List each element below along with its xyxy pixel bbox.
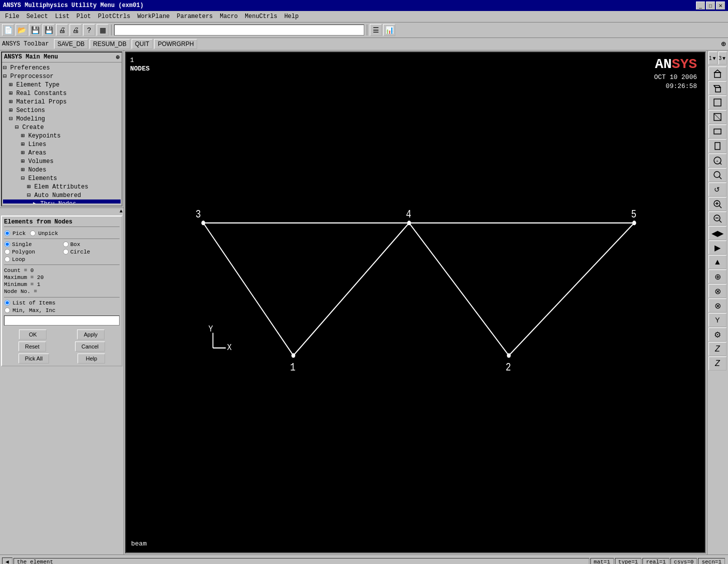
command-input[interactable] bbox=[114, 24, 364, 36]
open-button[interactable]: 📂 bbox=[16, 24, 28, 36]
count-value: 0 bbox=[31, 268, 34, 274]
single-radio[interactable] bbox=[5, 242, 10, 247]
quit-button[interactable]: QUIT bbox=[132, 39, 153, 49]
tree-item-preprocessor[interactable]: ⊟ Preprocessor bbox=[3, 72, 121, 80]
tree-item-real-constants[interactable]: ⊞ Real Constants bbox=[3, 89, 121, 98]
top-view-button[interactable] bbox=[708, 124, 726, 138]
pickall-button[interactable]: Pick All bbox=[19, 354, 49, 364]
tree-content[interactable]: ⊟ Preferences ⊟ Preprocessor ⊞ Element T… bbox=[2, 62, 122, 204]
tree-collapse-icon[interactable]: ⊕ bbox=[116, 54, 120, 61]
unpick-radio[interactable] bbox=[30, 230, 36, 236]
view-3-button[interactable]: 3▼ bbox=[718, 52, 727, 64]
tree-item-create[interactable]: ⊟ Create bbox=[3, 123, 121, 132]
print2-button[interactable]: 🖨 bbox=[70, 24, 82, 36]
menu-help[interactable]: Help bbox=[281, 12, 302, 21]
zoom-out-button[interactable] bbox=[708, 212, 726, 226]
tree-item-lines[interactable]: ⊞ Lines bbox=[3, 140, 121, 148]
saveas-button[interactable]: 💾 bbox=[43, 24, 55, 36]
front-view-button[interactable] bbox=[708, 96, 726, 110]
menu-plot[interactable]: Plot bbox=[74, 12, 94, 21]
polygon-radio[interactable] bbox=[5, 249, 10, 254]
rot2-button[interactable]: ⊗ bbox=[708, 284, 726, 298]
save-db-button[interactable]: SAVE_DB bbox=[54, 39, 88, 49]
reset-button[interactable]: Reset bbox=[19, 342, 46, 352]
new-button[interactable]: 📄 bbox=[2, 24, 14, 36]
svg-text:5: 5 bbox=[631, 209, 636, 221]
help2-button[interactable]: ? bbox=[83, 24, 95, 36]
rot1-button[interactable]: ⊕ bbox=[708, 270, 726, 284]
zoom-fit-button[interactable]: + bbox=[708, 154, 726, 168]
resum-db-button[interactable]: RESUM_DB bbox=[90, 39, 130, 49]
menu-menuctrls[interactable]: MenuCtrls bbox=[242, 12, 280, 21]
tree-item-areas[interactable]: ⊞ Areas bbox=[3, 148, 121, 157]
pick-radio[interactable] bbox=[5, 230, 10, 236]
rot7-button[interactable]: Z bbox=[708, 356, 726, 370]
tree-item-nodes[interactable]: ⊞ Nodes bbox=[3, 166, 121, 174]
menu-select[interactable]: Select bbox=[24, 12, 51, 21]
close-button[interactable]: ✕ bbox=[716, 2, 725, 10]
node-input-field[interactable] bbox=[4, 316, 120, 326]
list-items-radio[interactable] bbox=[5, 300, 10, 306]
tree-item-thru-nodes[interactable]: ▶ Thru Nodes bbox=[3, 200, 121, 204]
menu-file[interactable]: File bbox=[2, 12, 23, 21]
count-eq: = bbox=[24, 268, 31, 274]
minimize-button[interactable]: _ bbox=[696, 2, 705, 10]
toolbar-btn1[interactable]: ☰ bbox=[370, 24, 382, 36]
single-label: Single bbox=[12, 242, 32, 248]
menu-parameters[interactable]: Parameters bbox=[174, 12, 216, 21]
scroll-up-icon[interactable]: ▲ bbox=[120, 208, 123, 214]
tree-item-element-type[interactable]: ⊞ Element Type bbox=[3, 80, 121, 89]
save-button[interactable]: 💾 bbox=[29, 24, 41, 36]
zoom-in-button[interactable] bbox=[708, 197, 726, 211]
maximum-row: Maximum = 20 bbox=[4, 274, 120, 281]
back-view-button[interactable] bbox=[708, 110, 726, 124]
rot3-button[interactable]: ⊗ bbox=[708, 298, 726, 312]
grid-button[interactable]: ▦ bbox=[97, 24, 109, 36]
tree-item-keypoints[interactable]: ⊞ Keypoints bbox=[3, 132, 121, 140]
circle-radio[interactable] bbox=[63, 249, 68, 254]
iso-view-button[interactable] bbox=[708, 66, 726, 80]
box-radio[interactable] bbox=[63, 242, 68, 247]
powrgrph-button[interactable]: POWRGRPH bbox=[154, 39, 197, 49]
loop-radio[interactable] bbox=[5, 256, 10, 262]
toolbar-btn2[interactable]: 📊 bbox=[383, 24, 395, 36]
min-max-radio[interactable] bbox=[5, 308, 10, 313]
view-1-button[interactable]: 1▼ bbox=[708, 52, 717, 64]
count-label: Count bbox=[4, 268, 21, 274]
tree-item-preferences[interactable]: ⊟ Preferences bbox=[3, 64, 121, 72]
print-button[interactable]: 🖨 bbox=[56, 24, 68, 36]
maximum-eq: = bbox=[31, 274, 37, 280]
ok-button[interactable]: OK bbox=[19, 330, 47, 340]
menu-workplane[interactable]: WorkPlane bbox=[134, 12, 173, 21]
tree-item-elements[interactable]: ⊟ Elements bbox=[3, 174, 121, 182]
tree-item-modeling[interactable]: ⊟ Modeling bbox=[3, 114, 121, 123]
up-button[interactable]: ▲ bbox=[708, 255, 726, 269]
right-view-button[interactable] bbox=[708, 139, 726, 153]
oblique-view-button[interactable] bbox=[708, 81, 726, 95]
svg-rect-30 bbox=[715, 142, 720, 150]
zoom-button[interactable] bbox=[708, 168, 726, 182]
minimum-value: 1 bbox=[37, 282, 41, 288]
tree-item-sections[interactable]: ⊞ Sections bbox=[3, 106, 121, 114]
tree-item-auto-numbered[interactable]: ⊟ Auto Numbered bbox=[3, 191, 121, 200]
maximize-button[interactable]: □ bbox=[706, 2, 715, 10]
pan-lr-button[interactable]: ◀▶ bbox=[708, 226, 726, 240]
cancel-button[interactable]: Cancel bbox=[75, 342, 105, 352]
tree-item-material-props[interactable]: ⊞ Material Props bbox=[3, 98, 121, 106]
pan-fwd-button[interactable]: ▶ bbox=[708, 240, 726, 254]
menu-plotctrls[interactable]: PlotCtrls bbox=[95, 12, 134, 21]
rot5-button[interactable]: ⚙ bbox=[708, 328, 726, 342]
rot6-button[interactable]: Z bbox=[708, 342, 726, 356]
apply-button[interactable]: Apply bbox=[77, 330, 105, 340]
pick-info-button[interactable]: ◀ bbox=[2, 558, 13, 564]
menu-macro[interactable]: Macro bbox=[217, 12, 241, 21]
tree-item-elem-attributes[interactable]: ⊞ Elem Attributes bbox=[3, 182, 121, 191]
svg-rect-20 bbox=[714, 72, 720, 78]
toolbar-collapse-icon[interactable]: ⊕ bbox=[721, 39, 726, 49]
rot4-button[interactable]: Υ bbox=[708, 313, 726, 327]
tree-item-volumes[interactable]: ⊞ Volumes bbox=[3, 157, 121, 166]
menu-list[interactable]: List bbox=[52, 12, 73, 21]
help-button[interactable]: Help bbox=[78, 354, 105, 364]
toolbar: 📄 📂 💾 💾 🖨 🖨 ? ▦ ☰ 📊 bbox=[0, 22, 728, 38]
pan-button[interactable]: ↺ bbox=[708, 182, 726, 196]
